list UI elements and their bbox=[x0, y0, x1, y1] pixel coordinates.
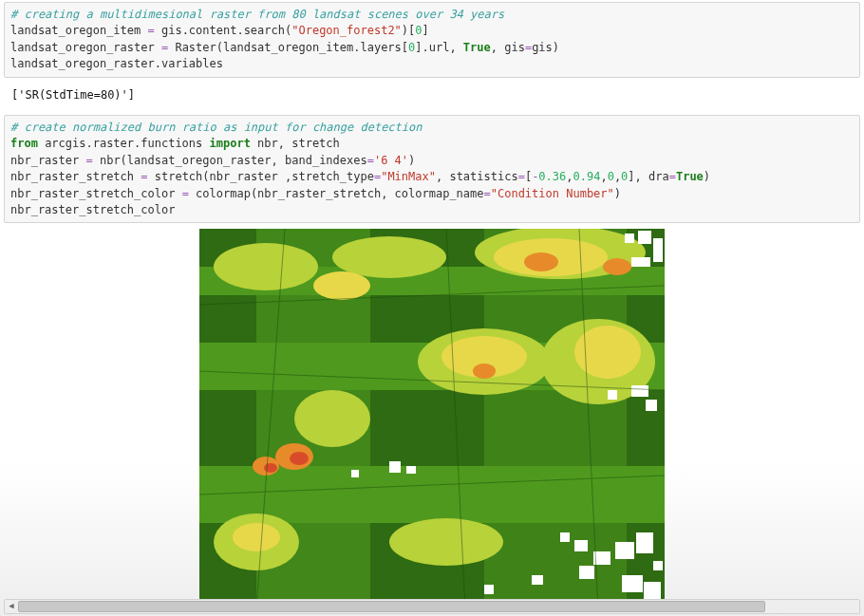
svg-point-23 bbox=[473, 364, 496, 379]
code-line: from arcgis.raster.functions import nbr,… bbox=[10, 136, 854, 152]
code-line: # creating a multidimesional raster from… bbox=[10, 7, 854, 23]
svg-rect-29 bbox=[631, 257, 650, 267]
svg-point-18 bbox=[233, 523, 280, 551]
svg-point-11 bbox=[389, 518, 503, 566]
svg-point-21 bbox=[524, 252, 558, 271]
code-line: # create normalized burn ratio as input … bbox=[10, 120, 854, 136]
svg-rect-31 bbox=[631, 385, 648, 397]
svg-rect-28 bbox=[653, 238, 663, 262]
svg-point-24 bbox=[290, 452, 309, 465]
code-line: nbr_raster_stretch = stretch(nbr_raster … bbox=[10, 169, 854, 185]
svg-rect-33 bbox=[389, 461, 401, 473]
svg-rect-27 bbox=[638, 231, 651, 244]
svg-rect-34 bbox=[406, 466, 416, 474]
scroll-left-icon[interactable]: ◀ bbox=[5, 600, 18, 613]
svg-point-22 bbox=[603, 258, 631, 275]
code-line: nbr_raster = nbr(landsat_oregon_raster, … bbox=[10, 153, 854, 169]
svg-rect-35 bbox=[351, 470, 359, 477]
cell-2-image-output bbox=[4, 229, 860, 608]
svg-rect-32 bbox=[646, 400, 657, 411]
nbr-raster-image bbox=[199, 229, 665, 608]
svg-rect-46 bbox=[653, 561, 663, 570]
svg-point-6 bbox=[214, 243, 318, 290]
code-cell-2[interactable]: # create normalized burn ratio as input … bbox=[4, 115, 860, 223]
code-cell-1[interactable]: # creating a multidimesional raster from… bbox=[4, 2, 860, 78]
code-line: landsat_oregon_raster = Raster(landsat_o… bbox=[10, 40, 854, 56]
svg-rect-39 bbox=[615, 542, 634, 559]
code-line: nbr_raster_stretch_color bbox=[10, 202, 854, 218]
svg-rect-30 bbox=[608, 390, 617, 400]
svg-rect-37 bbox=[574, 540, 588, 551]
svg-rect-43 bbox=[622, 575, 643, 592]
scroll-track[interactable] bbox=[18, 600, 846, 613]
svg-rect-45 bbox=[484, 585, 494, 594]
horizontal-scrollbar[interactable]: ◀ bbox=[4, 599, 860, 614]
code-line: nbr_raster_stretch_color = colormap(nbr_… bbox=[10, 186, 854, 202]
code-line: landsat_oregon_raster.variables bbox=[10, 56, 854, 72]
svg-rect-36 bbox=[560, 532, 570, 542]
svg-point-7 bbox=[332, 236, 446, 278]
cell-1-output: ['SR(StdTime=80)'] bbox=[4, 84, 860, 107]
svg-rect-26 bbox=[625, 233, 634, 243]
output-text: ['SR(StdTime=80)'] bbox=[11, 88, 135, 102]
svg-rect-44 bbox=[644, 582, 661, 599]
svg-point-25 bbox=[264, 463, 277, 473]
svg-rect-42 bbox=[532, 575, 543, 585]
code-line: landsat_oregon_item = gis.content.search… bbox=[10, 23, 854, 39]
svg-rect-40 bbox=[636, 532, 653, 553]
svg-point-10 bbox=[294, 390, 370, 447]
notebook-page: # creating a multidimesional raster from… bbox=[0, 0, 864, 616]
scroll-right-icon[interactable] bbox=[846, 600, 859, 613]
scroll-thumb[interactable] bbox=[18, 601, 765, 612]
svg-rect-41 bbox=[579, 566, 594, 579]
svg-point-17 bbox=[313, 271, 370, 300]
